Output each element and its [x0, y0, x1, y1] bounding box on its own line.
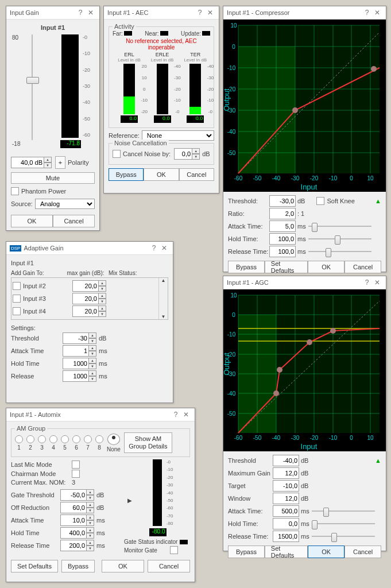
close-button[interactable]: ✕	[86, 7, 96, 18]
max-gain-input[interactable]	[273, 467, 299, 479]
am-group-none-radio[interactable]	[107, 434, 120, 445]
help-button[interactable]: ?	[75, 7, 86, 18]
am-group-4-radio[interactable]	[49, 435, 57, 443]
polarity-toggle-button[interactable]: +	[55, 156, 65, 169]
release-input[interactable]: ▲▼	[60, 540, 94, 551]
hold-input[interactable]: ▲▼	[63, 358, 96, 369]
set-defaults-button[interactable]: Set Defaults	[11, 560, 58, 572]
threshold-marker-icon[interactable]: ▶	[127, 497, 132, 504]
gate-threshold-input[interactable]: ▲▼	[60, 489, 94, 501]
source-select[interactable]: Analog	[35, 199, 95, 209]
mute-button[interactable]: Mute	[11, 172, 95, 184]
soft-knee-checkbox[interactable]	[316, 197, 324, 205]
ratio-input[interactable]	[269, 208, 296, 219]
hold-slider[interactable]	[312, 519, 375, 528]
attack-input[interactable]: ▲▼	[60, 514, 94, 526]
svg-text:10: 10	[367, 435, 374, 441]
cancel-button[interactable]: Cancel	[344, 261, 381, 273]
release-input[interactable]	[269, 246, 296, 257]
hold-input[interactable]: ▲▼	[60, 527, 94, 539]
hold-input[interactable]	[269, 233, 296, 245]
bypass-button[interactable]: Bypass	[109, 168, 144, 181]
set-defaults-button[interactable]: Set Defaults	[265, 546, 308, 558]
gain-target-value-input[interactable]: ▲▼	[72, 280, 106, 292]
close-button[interactable]: ✕	[159, 243, 169, 253]
help-button[interactable]: ?	[362, 277, 372, 288]
titlebar: Input #1 - Automix ? ✕	[6, 408, 195, 421]
attack-input[interactable]	[273, 505, 299, 517]
show-am-details-button[interactable]: Show AM Group Details	[124, 432, 172, 453]
release-input[interactable]	[273, 531, 299, 542]
gain-target-value-input[interactable]: ▲▼	[72, 293, 106, 304]
gain-target-checkbox[interactable]	[13, 295, 21, 303]
ok-button[interactable]: OK	[308, 546, 344, 558]
cancel-button[interactable]: Cancel	[344, 546, 381, 558]
bypass-button[interactable]: Bypass	[228, 261, 265, 273]
off-reduction-input[interactable]: ▲▼	[60, 502, 94, 513]
am-group-5-radio[interactable]	[61, 435, 69, 443]
threshold-input[interactable]	[273, 455, 299, 466]
last-mic-checkbox[interactable]	[72, 461, 80, 469]
bypass-button[interactable]: Bypass	[228, 546, 265, 558]
window-input[interactable]	[273, 493, 299, 504]
help-button[interactable]: ?	[171, 409, 181, 420]
up-arrow-icon[interactable]: ▲	[375, 198, 381, 204]
chairman-checkbox[interactable]	[72, 470, 80, 478]
attack-slider[interactable]	[308, 222, 371, 231]
cancel-noise-input[interactable]: ▲▼	[174, 148, 200, 160]
attack-slider[interactable]	[312, 506, 375, 516]
svg-text:-50: -50	[227, 411, 236, 417]
threshold-input[interactable]: ▲▼	[63, 332, 96, 344]
help-button[interactable]: ?	[195, 7, 205, 18]
cancel-noise-checkbox[interactable]	[113, 150, 121, 158]
help-button[interactable]: ?	[362, 7, 372, 18]
am-group-8-radio[interactable]	[95, 435, 103, 443]
window-automix: Input #1 - Automix ? ✕ AM Group 12345678…	[6, 408, 195, 582]
up-arrow-icon[interactable]: ▲	[375, 457, 381, 464]
svg-text:-60: -60	[234, 175, 243, 181]
target-input[interactable]	[273, 480, 299, 492]
gain-target-row: Input #4▲▼	[13, 305, 167, 317]
agc-chart: -60-50-40-30-20-10010 100-10-20-30-40-50…	[223, 289, 386, 451]
ok-button[interactable]: OK	[308, 261, 344, 273]
scrollbar[interactable]: ▲▼	[158, 278, 168, 319]
hold-input[interactable]	[273, 518, 299, 529]
am-group-3-radio[interactable]	[38, 435, 46, 443]
am-group-7-radio[interactable]	[84, 435, 92, 443]
close-button[interactable]: ✕	[181, 409, 191, 420]
gain-target-value-input[interactable]: ▲▼	[72, 305, 106, 317]
am-group-2-radio[interactable]	[26, 435, 34, 443]
gain-input[interactable]: ▲▼	[11, 157, 52, 168]
am-group-6-radio[interactable]	[72, 435, 80, 443]
monitor-gate-checkbox[interactable]	[170, 546, 178, 554]
slider-thumb[interactable]	[26, 77, 39, 84]
close-button[interactable]: ✕	[372, 277, 382, 288]
phantom-checkbox[interactable]	[11, 187, 19, 195]
svg-point-59	[307, 339, 312, 345]
set-defaults-button[interactable]: Set Defaults	[265, 261, 308, 273]
bypass-button[interactable]: Bypass	[61, 560, 95, 572]
svg-text:-50: -50	[227, 150, 236, 156]
ok-button[interactable]: OK	[144, 168, 179, 181]
gain-slider[interactable]	[28, 34, 36, 140]
gain-target-checkbox[interactable]	[13, 282, 21, 290]
ok-button[interactable]: OK	[102, 560, 144, 572]
cancel-button[interactable]: Cancel	[179, 168, 214, 181]
release-slider[interactable]	[312, 532, 375, 541]
release-slider[interactable]	[308, 247, 371, 256]
svg-text:-20: -20	[310, 175, 319, 181]
cancel-button[interactable]: Cancel	[53, 215, 95, 227]
attack-input[interactable]: ▲▼	[63, 345, 96, 357]
ok-button[interactable]: OK	[11, 215, 53, 227]
gain-target-checkbox[interactable]	[13, 307, 21, 315]
settings-label: Settings:	[11, 324, 168, 331]
close-button[interactable]: ✕	[205, 7, 215, 18]
hold-slider[interactable]	[308, 234, 371, 243]
help-button[interactable]: ?	[149, 243, 159, 253]
close-button[interactable]: ✕	[372, 7, 382, 18]
threshold-input[interactable]	[269, 195, 296, 207]
am-group-1-radio[interactable]	[15, 435, 23, 443]
release-input[interactable]: ▲▼	[63, 370, 96, 382]
cancel-button[interactable]: Cancel	[148, 560, 190, 572]
attack-input[interactable]	[269, 220, 296, 232]
